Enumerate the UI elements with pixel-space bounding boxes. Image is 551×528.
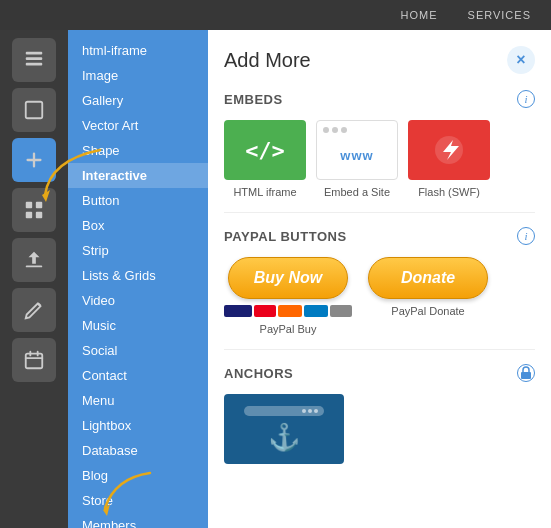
extra-card	[330, 305, 352, 317]
svg-rect-8	[26, 354, 43, 369]
add-icon-btn[interactable]	[12, 138, 56, 182]
anchors-section-header: Anchors	[224, 364, 535, 382]
menu-button[interactable]: Button	[68, 188, 208, 213]
menu-strip[interactable]: Strip	[68, 238, 208, 263]
svg-rect-1	[26, 57, 43, 60]
menu-image[interactable]: Image	[68, 63, 208, 88]
svg-rect-3	[26, 102, 43, 119]
anchors-info-icon[interactable]	[517, 364, 535, 382]
menu-database[interactable]: Database	[68, 438, 208, 463]
divider-1	[224, 212, 535, 213]
svg-rect-2	[26, 63, 43, 66]
flash-item[interactable]: Flash (SWF)	[408, 120, 490, 198]
nav-services[interactable]: SERVICES	[468, 9, 531, 21]
paypal-donate-button: Donate	[368, 257, 488, 299]
dot-1	[323, 127, 329, 133]
paypal-section-header: Paypal Buttons i	[224, 227, 535, 245]
anchor-bar	[244, 406, 324, 416]
panel-header: Add More ×	[224, 46, 535, 74]
calendar-icon-btn[interactable]	[12, 338, 56, 382]
menu-lightbox[interactable]: Lightbox	[68, 413, 208, 438]
svg-rect-5	[36, 202, 42, 208]
anchor-bar-dots	[302, 409, 318, 413]
menu-store[interactable]: Store	[68, 488, 208, 513]
top-nav: HOME SERVICES	[0, 0, 551, 30]
menu-interactive[interactable]: Interactive	[68, 163, 208, 188]
dot-3	[341, 127, 347, 133]
menu-music[interactable]: Music	[68, 313, 208, 338]
dot-a	[302, 409, 306, 413]
paypal-donate-item[interactable]: Donate PayPal Donate	[368, 257, 488, 335]
svg-rect-12	[521, 372, 531, 379]
paypal-grid: Buy Now PayPal Buy Donate PayPal Donate	[224, 257, 535, 335]
paypal-cards	[224, 305, 352, 317]
svg-rect-6	[26, 212, 32, 218]
menu-video[interactable]: Video	[68, 288, 208, 313]
embeds-title: Embeds	[224, 92, 283, 107]
embed-site-label: Embed a Site	[324, 186, 390, 198]
main-panel: Add More × Embeds i </> HTML iframe www …	[208, 30, 551, 528]
svg-rect-7	[36, 212, 42, 218]
svg-rect-0	[26, 52, 43, 55]
paypal-buy-button: Buy Now	[228, 257, 348, 299]
mastercard-card	[254, 305, 276, 317]
embed-site-icon: www	[316, 120, 398, 180]
embeds-section-header: Embeds i	[224, 90, 535, 108]
anchor-symbol: ⚓	[268, 422, 300, 453]
close-button[interactable]: ×	[507, 46, 535, 74]
embed-site-item[interactable]: www Embed a Site	[316, 120, 398, 198]
menu-social[interactable]: Social	[68, 338, 208, 363]
elements-icon-btn[interactable]	[12, 88, 56, 132]
anchor-preview[interactable]: ⚓	[224, 394, 344, 464]
divider-2	[224, 349, 535, 350]
dot-2	[332, 127, 338, 133]
paypal-buy-label: PayPal Buy	[260, 323, 317, 335]
embeds-info-icon[interactable]: i	[517, 90, 535, 108]
html-iframe-item[interactable]: </> HTML iframe	[224, 120, 306, 198]
html-iframe-label: HTML iframe	[233, 186, 296, 198]
panel-title: Add More	[224, 49, 311, 72]
apps-icon-btn[interactable]	[12, 188, 56, 232]
flash-icon	[408, 120, 490, 180]
menu-shape[interactable]: Shape	[68, 138, 208, 163]
paypal-buy-item[interactable]: Buy Now PayPal Buy	[224, 257, 352, 335]
html-iframe-icon: </>	[224, 120, 306, 180]
menu-gallery[interactable]: Gallery	[68, 88, 208, 113]
menu-box[interactable]: Box	[68, 213, 208, 238]
menu-vector-art[interactable]: Vector Art	[68, 113, 208, 138]
menu-sidebar: html-iframe Image Gallery Vector Art Sha…	[68, 30, 208, 528]
menu-members[interactable]: Members	[68, 513, 208, 528]
paypal-info-icon[interactable]: i	[517, 227, 535, 245]
menu-menu[interactable]: Menu	[68, 388, 208, 413]
menu-contact[interactable]: Contact	[68, 363, 208, 388]
pen-icon-btn[interactable]	[12, 288, 56, 332]
pages-icon-btn[interactable]	[12, 38, 56, 82]
embeds-grid: </> HTML iframe www Embed a Site	[224, 120, 535, 198]
www-dots	[323, 127, 347, 133]
anchors-title: Anchors	[224, 366, 293, 381]
visa-card	[224, 305, 252, 317]
upload-icon-btn[interactable]	[12, 238, 56, 282]
menu-lists-grids[interactable]: Lists & Grids	[68, 263, 208, 288]
svg-rect-4	[26, 202, 32, 208]
nav-home[interactable]: HOME	[401, 9, 438, 21]
menu-text[interactable]: html-iframe	[68, 38, 208, 63]
icon-sidebar	[0, 30, 68, 528]
paypal-donate-label: PayPal Donate	[391, 305, 464, 317]
discover-card	[278, 305, 302, 317]
menu-blog[interactable]: Blog	[68, 463, 208, 488]
paypal-title: Paypal Buttons	[224, 229, 347, 244]
www-text: www	[340, 148, 373, 163]
dot-c	[314, 409, 318, 413]
dot-b	[308, 409, 312, 413]
flash-label: Flash (SWF)	[418, 186, 480, 198]
amex-card	[304, 305, 328, 317]
